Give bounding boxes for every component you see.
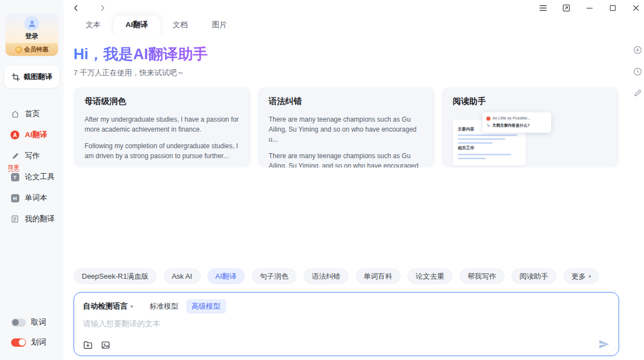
tab-ai-translate[interactable]: AI翻译 <box>113 15 161 34</box>
history-icon[interactable] <box>633 67 642 76</box>
coin-icon <box>15 46 22 53</box>
skeleton-line <box>458 138 505 140</box>
ai-translate-icon: A <box>10 130 20 140</box>
preview-section-label: 相关工作 <box>458 145 521 152</box>
close-icon[interactable] <box>631 3 641 13</box>
sidebar-item-wordbook[interactable]: H 单词本 <box>0 187 64 208</box>
chip-reading-assistant[interactable]: 阅读助手 <box>511 268 557 284</box>
minimize-icon[interactable] <box>585 3 594 13</box>
tab-image[interactable]: 图片 <box>200 15 239 34</box>
word-capture-toggle[interactable] <box>11 319 26 327</box>
sidebar: 登录 会员特惠 截图翻译 首页 A AI翻译 <box>0 0 64 360</box>
forward-button[interactable] <box>98 4 107 12</box>
member-promo[interactable]: 会员特惠 <box>6 43 58 56</box>
reading-assistant-preview: 主要内容 相关工作 As Little as Possible... <box>453 112 608 168</box>
card-text: Following my completion of undergraduate… <box>85 141 240 161</box>
sidebar-item-label: 我的翻译 <box>25 214 55 224</box>
pen-icon <box>10 151 20 161</box>
upload-file-icon[interactable] <box>83 340 93 350</box>
main-area: 文本 AI翻译 文档 图片 Hi，我是AI翻译助手 7 千万人正在使用，快来试试… <box>64 0 644 360</box>
chip-ai-translate[interactable]: AI翻译 <box>207 268 245 284</box>
card-text: There are many teenage champions such as… <box>269 151 424 168</box>
chip-grammar-check[interactable]: 语法纠错 <box>303 268 349 284</box>
spacer <box>64 168 644 268</box>
preview-question: 文档主要内容是什么? <box>493 122 530 129</box>
chip-deepseek[interactable]: DeepSeek-R1满血版 <box>74 268 157 284</box>
skeleton-line <box>458 158 486 159</box>
input-actions <box>83 338 610 350</box>
paper-tools-icon: T <box>10 172 20 182</box>
member-promo-label: 会员特惠 <box>24 45 49 54</box>
notes-icon[interactable] <box>633 88 642 98</box>
document-list-icon <box>10 214 20 224</box>
feature-card-grammar[interactable]: 语法纠错 There are many teenage champions su… <box>258 87 435 168</box>
back-button[interactable] <box>72 4 80 12</box>
screenshot-translate-label: 截图翻译 <box>24 72 53 82</box>
sidebar-item-my-translations[interactable]: 我的翻译 <box>0 208 64 229</box>
add-icon[interactable] <box>633 45 642 55</box>
sidebar-item-ai-translate[interactable]: A AI翻译 <box>0 124 64 145</box>
tab-text[interactable]: 文本 <box>74 15 113 34</box>
reply-arrow-icon: ↳ <box>486 122 490 129</box>
mini-window-icon[interactable] <box>562 3 571 13</box>
avatar <box>24 16 39 31</box>
word-select-row: 划词 <box>11 332 64 352</box>
skeleton-line <box>458 134 517 136</box>
titlebar <box>64 0 644 15</box>
word-select-label: 划词 <box>31 337 46 347</box>
chevron-left-icon <box>72 4 80 12</box>
maximize-icon[interactable] <box>608 3 617 13</box>
card-title: 语法纠错 <box>269 96 424 107</box>
card-title: 阅读助手 <box>453 96 608 107</box>
user-icon <box>27 19 37 29</box>
language-selector[interactable]: 自动检测语言 ▾ <box>83 301 133 311</box>
send-icon[interactable] <box>598 338 610 350</box>
chip-help-write[interactable]: 帮我写作 <box>459 268 505 284</box>
sidebar-item-label: 论文工具 <box>25 172 55 182</box>
hero: Hi，我是AI翻译助手 7 千万人正在使用，快来试试吧～ <box>74 45 644 78</box>
upload-tools <box>83 340 111 350</box>
input-toolbar: 自动检测语言 ▾ 标准模型 高级模型 <box>83 299 610 314</box>
translate-input-panel: 自动检测语言 ▾ 标准模型 高级模型 <box>74 292 619 356</box>
sidebar-item-label: 写作 <box>25 151 40 161</box>
crop-icon <box>12 73 20 81</box>
sidebar-toggles: 取词 划词 <box>0 312 64 360</box>
quick-action-chips: DeepSeek-R1满血版 Ask AI AI翻译 句子润色 语法纠错 单词百… <box>74 268 619 284</box>
card-text: After my undergraduate studies, I have a… <box>85 114 240 134</box>
login-card[interactable]: 登录 会员特惠 <box>6 13 58 56</box>
preview-doc-title: As Little as Possible... <box>493 115 530 122</box>
edge-toolbar <box>633 45 642 98</box>
wordbook-icon: H <box>10 193 20 203</box>
mode-tabs: 文本 AI翻译 文档 图片 <box>74 15 644 34</box>
skeleton-line <box>458 154 511 155</box>
page-title: Hi，我是AI翻译助手 <box>74 45 208 64</box>
sidebar-item-writing[interactable]: 写作 <box>0 145 64 166</box>
tab-document[interactable]: 文档 <box>161 15 200 34</box>
screenshot-translate-button[interactable]: 截图翻译 <box>4 66 59 88</box>
card-text: There are many teenage champions such as… <box>269 114 424 144</box>
word-capture-label: 取词 <box>31 317 46 327</box>
chip-more[interactable]: 更多 ▾ <box>563 268 600 284</box>
translate-input[interactable] <box>83 319 610 338</box>
login-label[interactable]: 登录 <box>6 32 58 41</box>
upload-image-icon[interactable] <box>101 340 111 350</box>
standard-model-option[interactable]: 标准模型 <box>150 301 179 311</box>
word-capture-row: 取词 <box>11 312 64 332</box>
sidebar-item-label: AI翻译 <box>25 130 48 140</box>
chip-sentence-polish[interactable]: 句子润色 <box>252 268 297 284</box>
menu-icon[interactable] <box>538 3 548 13</box>
card-title: 母语级润色 <box>85 96 240 107</box>
word-select-toggle[interactable] <box>11 338 26 347</box>
page-subtitle: 7 千万人正在使用，快来试试吧～ <box>74 68 644 78</box>
feature-card-reading[interactable]: 阅读助手 主要内容 相关工作 As Little as <box>442 87 619 168</box>
feature-card-polish[interactable]: 母语级润色 After my undergraduate studies, I … <box>74 87 251 168</box>
preview-question-row: ↳ 文档主要内容是什么? <box>486 122 547 129</box>
sidebar-item-paper-tools[interactable]: 降重 T 论文工具 <box>0 166 64 187</box>
chip-word-wiki[interactable]: 单词百科 <box>355 268 401 284</box>
chip-paper-dedup[interactable]: 论文去重 <box>407 268 453 284</box>
window-controls <box>538 3 641 13</box>
chip-ask-ai[interactable]: Ask AI <box>164 268 201 284</box>
preview-popup: As Little as Possible... ↳ 文档主要内容是什么? <box>483 112 551 133</box>
advanced-model-option[interactable]: 高级模型 <box>186 299 226 314</box>
sidebar-item-home[interactable]: 首页 <box>0 103 64 124</box>
